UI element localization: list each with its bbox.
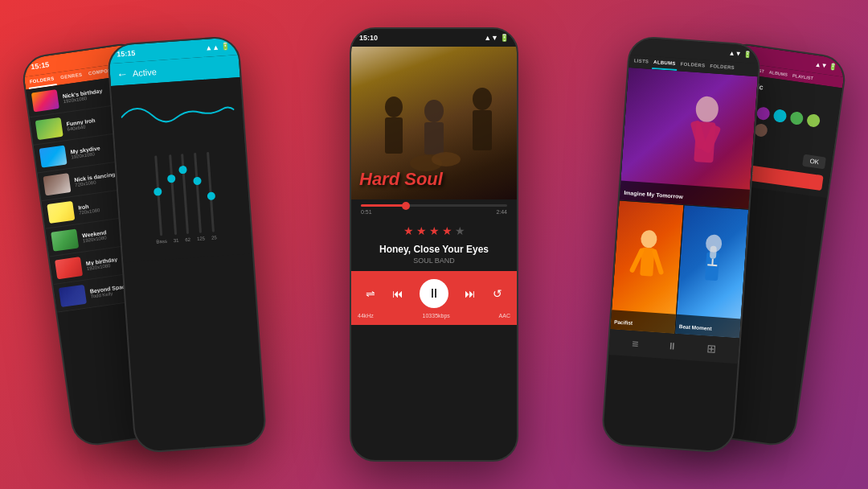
albums-grid: Imagine My Tomorrow: [610, 68, 757, 338]
color-dot-lightgreen[interactable]: [806, 113, 821, 128]
video-thumbnail: [47, 201, 75, 224]
star-5[interactable]: ★: [455, 224, 465, 237]
color-dot-green[interactable]: [789, 111, 804, 125]
status-bar-center: 15:10 ▲▼ 🔋: [351, 29, 517, 47]
rating-stars[interactable]: ★ ★ ★ ★ ★: [351, 218, 517, 240]
video-thumbnail: [39, 145, 68, 167]
eq-slider-25[interactable]: 25: [206, 152, 217, 240]
eq-sliders-group: Bass 31 62: [124, 142, 244, 254]
audio-format: AAC: [499, 313, 510, 318]
album-title-pacifist: Pacifist: [614, 318, 633, 326]
next-button[interactable]: ⏭: [465, 287, 476, 300]
album-card-pacifist[interactable]: Pacifist: [610, 201, 683, 334]
shuffle-button[interactable]: ⇌: [366, 287, 375, 300]
player-controls: ⇌ ⏮ ⏸ ⏭ ↺ 44kHz 10335kbps AAC: [351, 271, 517, 325]
audio-bitrate: 10335kbps: [423, 313, 450, 318]
equalizer-title: Active: [133, 67, 158, 78]
progress-fill: [361, 204, 406, 207]
svg-line-14: [633, 250, 642, 271]
time-center: 15:10: [359, 34, 378, 42]
time-total: 2:44: [496, 209, 507, 215]
video-thumbnail: [31, 89, 59, 112]
repeat-button[interactable]: ↺: [493, 287, 502, 300]
eq-slider-bass[interactable]: Bass: [150, 155, 167, 244]
color-dot-purple[interactable]: [756, 106, 771, 121]
svg-point-8: [695, 96, 719, 123]
svg-line-19: [712, 259, 713, 265]
band-name-overlay: Hard Soul: [359, 169, 443, 189]
audio-info: 44kHz 10335kbps AAC: [358, 313, 510, 318]
audio-quality: 44kHz: [358, 313, 374, 318]
album-card-imagine[interactable]: Imagine My Tomorrow: [620, 68, 758, 209]
eq-slider-31[interactable]: 31: [167, 154, 178, 243]
video-thumbnail: [35, 117, 63, 140]
song-title: Honey, Close Your Eyes: [351, 244, 517, 255]
progress-bar[interactable]: [361, 204, 507, 207]
star-2[interactable]: ★: [416, 224, 427, 237]
prev-button[interactable]: ⏮: [392, 287, 403, 300]
status-icons-left: ▲▲ 🔋: [205, 43, 230, 52]
svg-point-12: [641, 230, 657, 249]
tab-lists[interactable]: LISTS: [632, 55, 651, 69]
list-icon[interactable]: ≡: [632, 337, 639, 351]
progress-thumb: [402, 202, 410, 210]
eq-slider-62[interactable]: 62: [179, 154, 190, 242]
eq-wave-display: [120, 86, 236, 142]
svg-point-4: [473, 88, 492, 110]
time-left2: 15:15: [31, 60, 50, 71]
equalizer-body: Bass 31 62: [111, 77, 252, 263]
phones-container: 15:15 📶 🔋 FOLDERS GENRES COMPOSERS P Nic…: [32, 19, 836, 470]
ok-button[interactable]: OK: [803, 154, 826, 170]
time-current: 0:51: [361, 209, 372, 215]
svg-point-7: [432, 152, 461, 166]
star-4[interactable]: ★: [442, 224, 452, 237]
svg-line-15: [653, 252, 663, 273]
svg-rect-5: [473, 110, 492, 150]
svg-point-2: [385, 97, 403, 117]
svg-rect-18: [710, 246, 717, 260]
phone-music-player: 15:10 ▲▼ 🔋: [350, 27, 518, 462]
phone-equalizer: 15:15 ▲▲ 🔋 ← Active: [106, 35, 267, 454]
video-thumbnail: [59, 285, 87, 307]
album-title-beat-moment: Beat Moment: [679, 323, 712, 331]
album-card-beat-moment[interactable]: Beat Moment: [675, 205, 748, 338]
star-3[interactable]: ★: [429, 224, 440, 237]
song-artist: SOUL BAND: [351, 257, 517, 265]
svg-rect-3: [385, 117, 403, 154]
svg-point-0: [424, 100, 444, 122]
star-1[interactable]: ★: [403, 224, 414, 237]
svg-rect-1: [424, 122, 444, 154]
status-icons-center: ▲▼ 🔋: [484, 34, 509, 42]
grid-icon[interactable]: ⊞: [706, 343, 716, 356]
video-thumbnail: [55, 257, 83, 279]
eq-slider-125[interactable]: 125: [191, 153, 206, 241]
video-thumbnail: [51, 228, 79, 251]
pause-icon[interactable]: ⏸: [667, 340, 678, 352]
play-pause-button[interactable]: ⏸: [420, 279, 448, 308]
time-left: 15:15: [117, 49, 136, 59]
color-dot-cyan[interactable]: [772, 109, 787, 123]
svg-line-20: [707, 265, 717, 265]
album-art: Hard Soul: [351, 47, 517, 199]
back-button[interactable]: ←: [116, 68, 128, 81]
progress-section[interactable]: 0:51 2:44: [351, 199, 517, 218]
song-info: Honey, Close Your Eyes SOUL BAND: [351, 240, 517, 271]
album-title-imagine: Imagine My Tomorrow: [624, 190, 683, 199]
video-thumbnail: [43, 173, 71, 195]
